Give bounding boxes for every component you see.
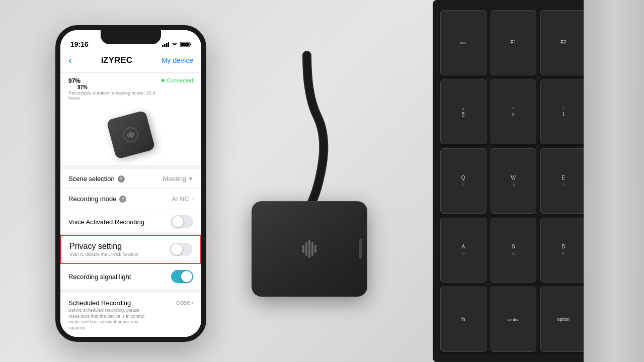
key-s[interactable]: SЫ [491,218,537,283]
phone-notch [101,30,161,44]
privacy-setting-label: Privacy setting [69,242,138,251]
battery-sub-text: Recordable duration remaining power: 25.… [68,90,162,101]
scene-selection-label: Scene selection ? [68,175,125,183]
phone-mockup: 19:16 [55,25,206,342]
recording-mode-value: AI NC › [172,195,193,203]
svg-rect-3 [164,44,166,47]
recording-mode-chevron: › [191,196,193,203]
voice-activated-label: Voice Activated Recording [68,218,144,226]
signal-icon [162,42,169,47]
key-esc[interactable]: esc [440,10,487,75]
nav-back-button[interactable]: ‹ [68,54,72,66]
privacy-setting-content: Privacy setting Start to disable the U-d… [69,242,138,257]
voice-activated-toggle-thumb [172,216,183,227]
key-a[interactable]: AФ [440,218,487,283]
key-e[interactable]: EУ [540,148,587,214]
privacy-setting-sub: Start to disable the U-disk function [69,252,138,257]
key-angle[interactable]: <> [491,79,537,145]
signal-light-toggle[interactable] [171,270,193,283]
privacy-setting-row[interactable]: Privacy setting Start to disable the U-d… [60,235,201,264]
scene-selection-value: Meeting ▼ [163,175,193,183]
key-1[interactable]: !1 [540,79,587,145]
scene-selection-row[interactable]: Scene selection ? Meeting ▼ [60,169,201,189]
phone-screen: 19:16 [60,30,201,337]
scheduled-title: Scheduled Recording [68,299,149,307]
signal-light-row[interactable]: Recording signal light [60,264,201,289]
svg-rect-5 [168,42,169,47]
scheduled-section: Scheduled Recording Before scheduled rec… [60,293,201,337]
scheduled-close-button[interactable]: close › [176,299,193,306]
privacy-toggle-thumb [171,244,182,255]
key-option[interactable]: option [540,287,587,352]
voice-activated-toggle[interactable] [171,215,193,228]
scene-dropdown-icon: ▼ [188,176,193,182]
connected-badge: Connected [162,77,193,83]
privacy-setting-toggle[interactable] [170,243,192,256]
connected-label: Connected [167,77,193,83]
device-thumbnail-area [60,105,201,165]
signal-light-toggle-thumb [181,271,192,282]
recording-info-icon[interactable]: ? [119,196,126,203]
nav-my-device-button[interactable]: My device [162,56,193,64]
key-control[interactable]: control [491,287,537,352]
key-q[interactable]: QЙ [440,148,487,214]
laptop-keyboard-area: esc F1 F2 F3 ±§ <> !1 @2 QЙ WШ EУ RК AФ … [433,0,644,362]
settings-section: Scene selection ? Meeting ▼ Recording mo… [60,169,201,289]
device-info-bar: 97% 97% Recordable duration remaining po… [60,73,201,105]
svg-rect-4 [166,43,168,47]
wifi-icon [171,42,178,47]
device-side-dot [359,239,362,259]
nav-header: ‹ iZYREC My device [60,50,201,72]
recording-mode-row[interactable]: Recording mode ? AI NC › [60,189,201,209]
scheduled-chevron-icon: › [191,299,193,306]
connected-dot [162,79,165,82]
voice-activated-row[interactable]: Voice Activated Recording [60,209,201,235]
key-f1[interactable]: F1 [491,10,537,75]
svg-rect-7 [181,43,189,46]
scheduled-recording-row[interactable]: Scheduled Recording Before scheduled rec… [60,293,201,337]
nav-title: iZYREC [101,55,132,65]
key-w[interactable]: WШ [491,148,537,214]
izyrec-device-area [211,50,413,342]
recording-mode-label: Recording mode ? [68,195,126,203]
svg-rect-8 [190,43,191,45]
scheduled-sub: Before scheduled recording, please make … [68,308,149,331]
battery-info: 97% 97% Recordable duration remaining po… [68,77,162,101]
signal-light-label: Recording signal light [68,273,131,281]
key-f2[interactable]: F2 [540,10,587,75]
svg-rect-2 [162,45,164,47]
scheduled-recording-content: Scheduled Recording Before scheduled rec… [68,299,149,331]
device-waves-icon [126,130,135,139]
key-fn[interactable]: fn [440,287,487,352]
izyrec-hardware-device [252,201,367,297]
phone-frame: 19:16 [55,25,206,342]
device-thumbnail [106,110,155,159]
key-d[interactable]: DВ [540,218,587,283]
scene-info-icon[interactable]: ? [118,175,125,183]
battery-percentage: 97% [68,77,162,84]
status-icons [162,42,191,47]
device-logo [302,240,316,258]
battery-icon [180,42,191,47]
battery-pct-text: 97% [77,84,162,90]
laptop-silver-edge [584,0,644,362]
status-time: 19:16 [70,40,89,48]
key-section[interactable]: ±§ [440,79,487,145]
device-thumb-inner [122,126,140,144]
